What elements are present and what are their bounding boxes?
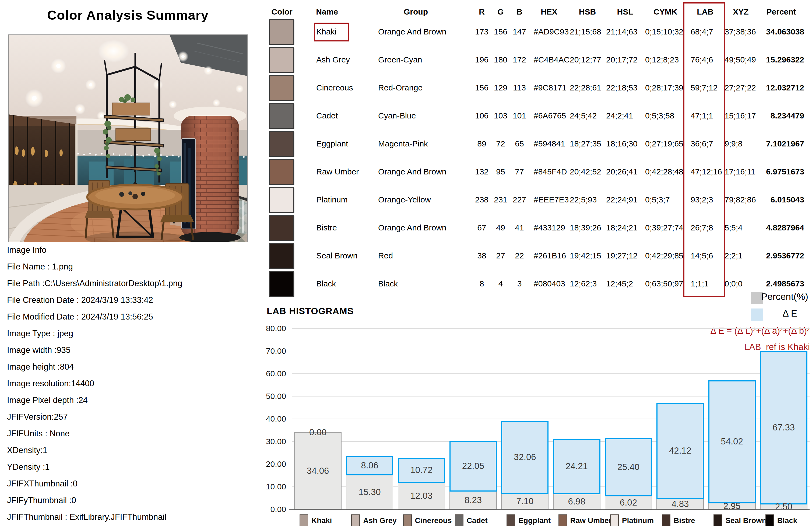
cell-name: Platinum [295, 195, 359, 204]
cell-percent: 15.296322 [758, 55, 805, 64]
cell-b: 113 [510, 83, 529, 93]
chart-plot: 34.060.0015.308.0612.0310.728.2322.057.1… [292, 328, 810, 509]
delta-e-value-label: 22.05 [462, 460, 484, 472]
cell-hex: #EEE7E3 [529, 195, 569, 204]
x-legend-item: Ash Grey [344, 513, 395, 526]
col-header-lab: LAB [686, 7, 724, 16]
x-legend-item: Eggplant [499, 513, 551, 526]
x-legend-color-swatch [713, 514, 722, 526]
color-swatch-cell [269, 159, 295, 185]
cell-r: 132 [472, 167, 491, 176]
cell-group: Green-Cyan [359, 55, 472, 64]
cell-r: 89 [472, 139, 491, 148]
x-legend-color-swatch [507, 514, 515, 526]
cell-cymk: 0;12;8;23 [644, 55, 686, 64]
cell-xyz: 2;2;1 [724, 251, 758, 260]
cell-xyz: 79;82;86 [724, 195, 758, 204]
delta-e-value-label: 54.02 [721, 436, 743, 447]
y-axis-tick-label: 80.00 [265, 323, 286, 334]
delta-e-value-label: 67.33 [773, 422, 795, 433]
color-swatch-cell [269, 103, 295, 129]
info-line: JFIFXThumbnail :0 [7, 475, 263, 492]
color-swatch [269, 75, 294, 101]
table-row[interactable]: EggplantMagenta-Pink897265#59484118;27;3… [269, 130, 805, 158]
color-swatch-cell [269, 187, 295, 213]
x-legend-color-swatch [403, 514, 412, 526]
table-row[interactable]: PlatinumOrange-Yellow238231227#EEE7E322;… [269, 186, 805, 214]
table-row[interactable]: Ash GreyGreen-Cyan196180172#C4B4AC20;12;… [269, 46, 805, 74]
y-axis-tick-label: 50.00 [265, 391, 286, 402]
color-swatch-cell [269, 243, 295, 269]
cell-group: Red-Orange [359, 83, 472, 93]
table-row[interactable]: CinereousRed-Orange156129113#9C817122;28… [269, 74, 805, 102]
delta-e-value-label: 32.06 [514, 451, 536, 463]
x-legend-label: Cinereous [415, 516, 452, 525]
cell-g: 27 [491, 251, 510, 260]
table-row[interactable]: Raw UmberOrange And Brown1329577#845F4D2… [269, 158, 805, 186]
cell-hsl: 18;16;30 [606, 139, 644, 148]
cell-hsb: 22;5;93 [569, 195, 606, 204]
col-header-xyz: XYZ [724, 7, 758, 16]
color-swatch-cell [269, 19, 295, 45]
info-line: JFIFVersion:257 [7, 409, 263, 425]
lab-histograms-chart: LAB HISTOGRAMS Percent(%) Δ E Δ E = (Δ L… [265, 285, 812, 526]
cell-xyz: 27;27;22 [724, 83, 758, 93]
col-header-b: B [510, 7, 529, 16]
color-swatch-cell [269, 131, 295, 157]
cell-cymk: 0;27;19;65 [644, 139, 686, 148]
cell-lab: 68;4;7 [686, 27, 724, 36]
cell-b: 41 [510, 223, 529, 232]
cell-hex: #9C8171 [529, 83, 569, 93]
info-line: XDensity:1 [7, 442, 263, 459]
legend-delta-swatch [751, 309, 763, 321]
x-legend-item: Bistre [654, 513, 706, 526]
table-row[interactable]: CadetCyan-Blue106103101#6A676524;5;4224;… [269, 102, 805, 130]
cell-g: 156 [491, 27, 510, 36]
percent-value-label: 6.98 [568, 496, 585, 508]
table-row[interactable]: Seal BrownRed382722#261B1619;42;1519;27;… [269, 242, 805, 270]
col-header-percent: Percent [758, 7, 805, 16]
cell-g: 103 [491, 111, 510, 120]
cell-b: 22 [510, 251, 529, 260]
cell-name: Ash Grey [295, 55, 359, 64]
cell-name: Raw Umber [295, 167, 359, 176]
cell-b: 101 [510, 111, 529, 120]
info-line: JFIFThumbnail : ExifLibrary.JFIFThumbnai… [7, 509, 263, 525]
info-line: JFIFyThumbnail :0 [7, 492, 263, 509]
cell-hex: #6A6765 [529, 111, 569, 120]
cell-percent: 2.9536772 [758, 251, 805, 260]
cell-cymk: 0;39;27;74 [644, 223, 686, 232]
cell-g: 231 [491, 195, 510, 204]
table-row[interactable]: BistreOrange And Brown674941#43312918;39… [269, 214, 805, 242]
cell-lab: 14;5;6 [686, 251, 724, 260]
cell-g: 72 [491, 139, 510, 148]
color-swatch [269, 159, 294, 185]
cell-hsl: 24;2;41 [606, 111, 644, 120]
cell-b: 227 [510, 195, 529, 204]
info-line: Image height :804 [7, 358, 263, 375]
percent-value-label: 8.23 [465, 494, 482, 506]
chart-title: LAB HISTOGRAMS [267, 306, 354, 316]
cell-hsb: 20;42;52 [569, 167, 606, 176]
table-row[interactable]: KhakiOrange And Brown173156147#AD9C9321;… [269, 18, 805, 46]
cell-hex: #594841 [529, 139, 569, 148]
cell-hsl: 22;18;53 [606, 83, 644, 93]
color-swatch [269, 243, 294, 269]
color-swatch [269, 47, 294, 73]
color-swatch-cell [269, 215, 295, 241]
x-legend-item: Raw Umber [551, 513, 603, 526]
x-legend-item: Black [758, 513, 810, 526]
percent-value-label: 7.10 [516, 495, 534, 507]
x-legend-color-swatch [455, 514, 463, 526]
info-line: File Path :C:\Users\AdministratorDesktop… [7, 275, 263, 292]
y-axis-tick-label: 0.00 [265, 504, 286, 515]
cell-percent: 7.1021967 [758, 139, 805, 148]
delta-e-value-label: 24.21 [565, 460, 588, 472]
cell-r: 38 [472, 251, 491, 260]
cell-r: 196 [472, 55, 491, 64]
x-legend-color-swatch [559, 514, 567, 526]
cell-xyz: 37;38;36 [724, 27, 758, 36]
x-legend-label: Platinum [622, 516, 654, 525]
cell-cymk: 0;42;29;85 [644, 251, 686, 260]
info-line: JFIFUnits : None [7, 425, 263, 442]
